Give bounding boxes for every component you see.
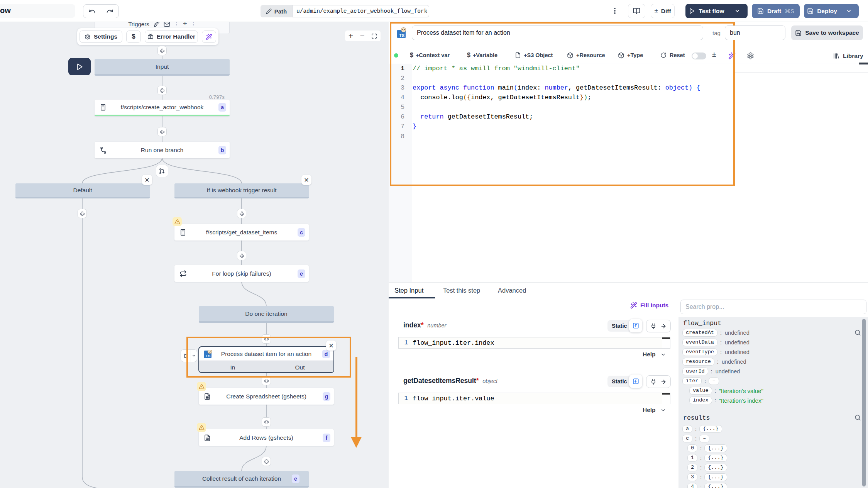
svg-text:TS: TS (206, 354, 210, 358)
